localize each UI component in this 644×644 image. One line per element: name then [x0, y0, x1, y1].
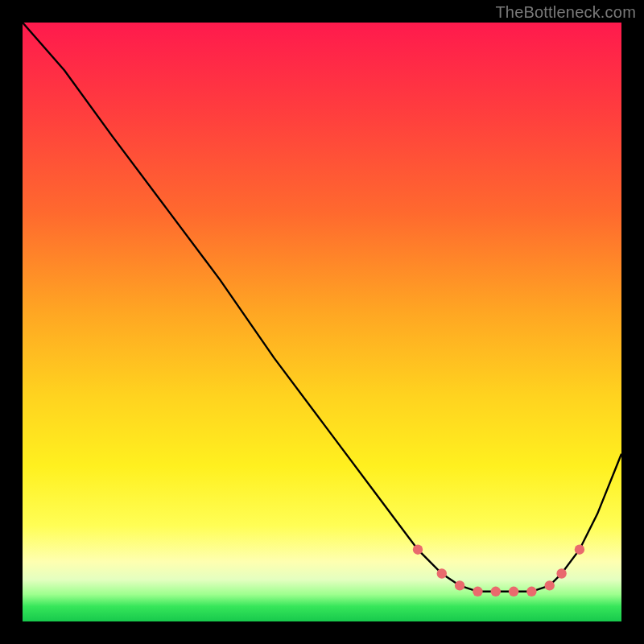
- curve-marker: [575, 545, 584, 555]
- bottleneck-curve: [23, 23, 621, 592]
- curve-marker: [455, 580, 464, 590]
- watermark-text: TheBottleneck.com: [495, 3, 636, 22]
- curve-layer: [23, 23, 621, 621]
- marker-group: [413, 545, 584, 597]
- curve-marker: [545, 580, 555, 590]
- curve-marker: [491, 587, 501, 597]
- curve-marker: [413, 545, 423, 555]
- chart-stage: TheBottleneck.com: [0, 0, 644, 644]
- curve-marker: [556, 568, 566, 578]
- curve-marker: [437, 568, 447, 578]
- curve-marker: [473, 587, 482, 597]
- curve-marker: [526, 587, 536, 597]
- curve-marker: [509, 587, 518, 597]
- plot-area: [23, 23, 621, 621]
